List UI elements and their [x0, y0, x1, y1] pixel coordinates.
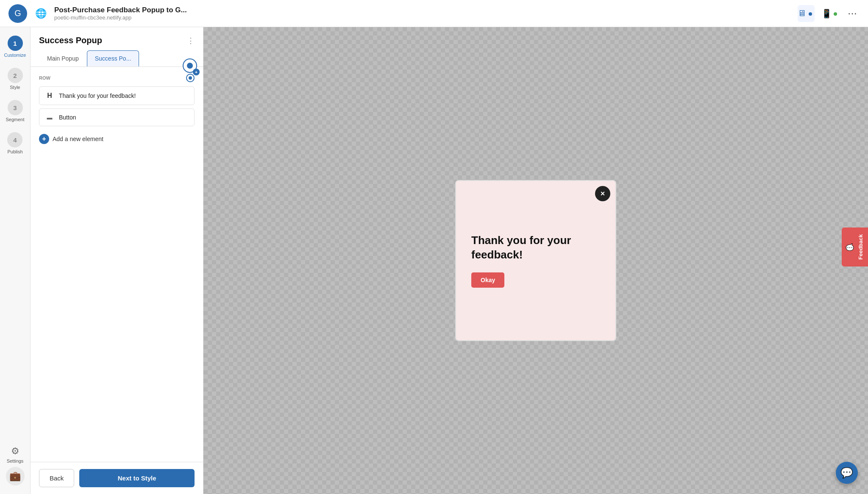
title-area: Post-Purchase Feedback Popup to G... poe…: [54, 6, 791, 21]
step-publish[interactable]: 4 Publish: [7, 132, 22, 154]
step-2-circle: 2: [8, 68, 23, 83]
popup-preview: × Thank you for your feedback! Okay: [455, 180, 616, 341]
step-style[interactable]: 2 Style: [8, 68, 23, 90]
page-title: Post-Purchase Feedback Popup to G...: [54, 6, 791, 14]
panel-header: Success Popup ⋮: [31, 27, 203, 50]
back-button[interactable]: Back: [39, 469, 74, 487]
desktop-device-button[interactable]: 🖥: [798, 5, 815, 22]
add-element-plus-icon: +: [39, 134, 49, 144]
heading-element-name: Thank you for your feedback!: [59, 92, 136, 99]
panel-footer: Back Next to Style: [31, 462, 203, 494]
plus-badge: +: [193, 69, 200, 75]
main-layout: 1 Customize 2 Style 3 Segment 4 Publish …: [0, 27, 868, 494]
popup-close-button[interactable]: ×: [595, 186, 610, 201]
button-element-name: Button: [59, 114, 76, 121]
heading-icon: H: [45, 92, 54, 100]
step-3-circle: 3: [8, 100, 23, 115]
settings-label: Settings: [7, 458, 24, 463]
feedback-icon: 💬: [846, 243, 854, 251]
step-segment[interactable]: 3 Segment: [6, 100, 24, 122]
next-to-style-button[interactable]: Next to Style: [79, 469, 195, 487]
step-4-label: Publish: [7, 149, 22, 154]
feedback-label: Feedback: [857, 234, 864, 260]
topbar: G 🌐 Post-Purchase Feedback Popup to G...…: [0, 0, 868, 27]
briefcase-button[interactable]: 💼: [6, 467, 25, 486]
chat-icon: 💬: [840, 467, 853, 479]
feedback-tab[interactable]: 💬 Feedback: [842, 228, 868, 266]
gear-icon: ⚙: [11, 446, 19, 457]
add-element-row[interactable]: + Add a new element: [39, 130, 195, 148]
step-customize[interactable]: 1 Customize: [4, 36, 26, 58]
step-4-circle: 4: [7, 132, 22, 147]
panel-menu-button[interactable]: ⋮: [187, 36, 195, 45]
globe-icon: 🌐: [34, 7, 47, 20]
tablet-device-button[interactable]: 📱: [821, 5, 838, 22]
editor-panel: Success Popup ⋮ + Main Popup Success Po.…: [31, 27, 203, 494]
tab-main-popup[interactable]: Main Popup: [39, 50, 87, 67]
settings-button[interactable]: ⚙ Settings: [7, 446, 24, 463]
briefcase-icon: 💼: [9, 471, 21, 482]
popup-heading: Thank you for your feedback!: [471, 233, 600, 262]
canvas-area: × Thank you for your feedback! Okay: [203, 27, 868, 494]
popup-okay-button[interactable]: Okay: [471, 272, 504, 288]
more-options-button[interactable]: ⋯: [845, 6, 860, 22]
chat-button[interactable]: 💬: [836, 462, 858, 484]
tabs-bar: Main Popup Success Po...: [31, 50, 203, 67]
panel-add-element-float[interactable]: +: [182, 58, 198, 74]
app-logo: G: [8, 4, 27, 23]
panel-title: Success Popup: [39, 36, 184, 45]
step-2-label: Style: [10, 85, 20, 90]
step-3-label: Segment: [6, 117, 24, 122]
row-label: ROW: [39, 74, 195, 82]
steps-sidebar: 1 Customize 2 Style 3 Segment 4 Publish …: [0, 27, 31, 494]
step-1-label: Customize: [4, 53, 26, 58]
target-icon: [186, 74, 195, 82]
tab-success-popup[interactable]: Success Po...: [87, 50, 139, 67]
heading-element-row[interactable]: H Thank you for your feedback!: [39, 86, 195, 105]
sidebar-bottom: ⚙ Settings 💼: [6, 446, 25, 494]
button-element-row[interactable]: ▬ Button: [39, 108, 195, 126]
panel-content: ROW H Thank you for your feedback! ▬ But…: [31, 67, 203, 462]
add-element-label: Add a new element: [53, 136, 103, 142]
button-icon: ▬: [45, 114, 54, 121]
page-subtitle: poetic-muffin-cbc3ee.netlify.app: [54, 14, 791, 21]
topbar-right: 🖥 📱 ⋯: [798, 5, 860, 22]
step-1-circle: 1: [8, 36, 23, 51]
close-icon: ×: [601, 189, 605, 198]
